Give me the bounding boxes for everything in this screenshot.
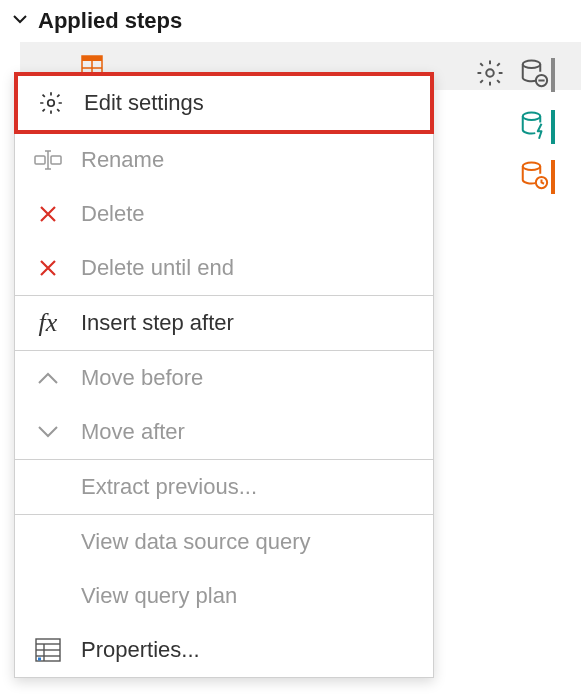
menu-label: Edit settings bbox=[84, 90, 412, 116]
menu-label: Delete bbox=[81, 201, 415, 227]
delete-icon bbox=[33, 253, 63, 283]
menu-label: Rename bbox=[81, 147, 415, 173]
gear-icon[interactable] bbox=[475, 58, 505, 92]
blank-icon bbox=[33, 527, 63, 557]
chevron-down-icon bbox=[33, 417, 63, 447]
gear-icon bbox=[36, 88, 66, 118]
svg-point-5 bbox=[523, 61, 541, 69]
side-bar-teal bbox=[551, 110, 555, 144]
chevron-up-icon bbox=[33, 363, 63, 393]
database-fast-icon[interactable] bbox=[519, 110, 549, 144]
menu-label: Insert step after bbox=[81, 310, 415, 336]
menu-label: Delete until end bbox=[81, 255, 415, 281]
menu-label: Move after bbox=[81, 419, 415, 445]
menu-item-edit-settings[interactable]: Edit settings bbox=[14, 72, 434, 134]
menu-item-insert-step-after[interactable]: fx Insert step after bbox=[15, 296, 433, 350]
svg-rect-12 bbox=[35, 156, 45, 164]
menu-label: View query plan bbox=[81, 583, 415, 609]
side-bar-orange bbox=[551, 160, 555, 194]
svg-rect-13 bbox=[51, 156, 61, 164]
menu-label: Properties... bbox=[81, 637, 415, 663]
rename-icon bbox=[33, 145, 63, 175]
menu-label: Extract previous... bbox=[81, 474, 415, 500]
svg-point-11 bbox=[48, 100, 55, 107]
menu-item-move-before[interactable]: Move before bbox=[15, 351, 433, 405]
context-menu: Edit settings Rename Delete Delete until… bbox=[14, 72, 434, 678]
menu-item-view-query-plan[interactable]: View query plan bbox=[15, 569, 433, 623]
menu-item-delete[interactable]: Delete bbox=[15, 187, 433, 241]
menu-label: Move before bbox=[81, 365, 415, 391]
delete-icon bbox=[33, 199, 63, 229]
applied-steps-header[interactable]: Applied steps bbox=[0, 0, 581, 42]
database-remove-icon[interactable] bbox=[519, 58, 549, 92]
menu-item-view-data-source-query[interactable]: View data source query bbox=[15, 515, 433, 569]
menu-item-extract-previous[interactable]: Extract previous... bbox=[15, 460, 433, 514]
menu-item-delete-until-end[interactable]: Delete until end bbox=[15, 241, 433, 295]
blank-icon bbox=[33, 581, 63, 611]
menu-item-properties[interactable]: Properties... bbox=[15, 623, 433, 677]
panel-title: Applied steps bbox=[38, 8, 182, 34]
svg-point-9 bbox=[523, 163, 541, 171]
properties-icon bbox=[33, 635, 63, 665]
svg-point-8 bbox=[523, 113, 541, 121]
side-bar-gray bbox=[551, 58, 555, 92]
fx-icon: fx bbox=[33, 308, 63, 338]
chevron-down-icon bbox=[12, 11, 28, 32]
svg-point-4 bbox=[486, 69, 494, 77]
database-clock-icon[interactable] bbox=[519, 160, 549, 194]
menu-item-rename[interactable]: Rename bbox=[15, 133, 433, 187]
blank-icon bbox=[33, 472, 63, 502]
menu-item-move-after[interactable]: Move after bbox=[15, 405, 433, 459]
menu-label: View data source query bbox=[81, 529, 415, 555]
svg-rect-20 bbox=[38, 658, 41, 661]
